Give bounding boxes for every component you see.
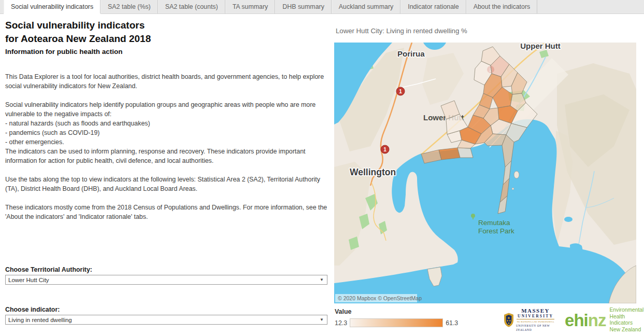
tab-sa2-table-pct[interactable]: SA2 table (%s)	[101, 0, 158, 13]
paragraph-1: This Data Explorer is a tool for local a…	[5, 72, 328, 91]
massey-tagline: UNIVERSITY OF NEW ZEALAND	[516, 324, 555, 332]
svg-text:1: 1	[399, 89, 402, 94]
forest-park-label-line1: Remutaka	[478, 219, 510, 227]
territorial-authority-select[interactable]: Lower Hutt City ▼	[5, 275, 327, 285]
ehinz-logo: ehinz	[565, 312, 606, 329]
dashboard: Social vulnerability indicators SA2 tabl…	[0, 0, 644, 335]
map-attribution: © 2020 Mapbox © OpenStreetMap	[335, 294, 422, 302]
territorial-authority-label: Choose Territorial Authority:	[5, 266, 92, 273]
tab-social-vulnerability-indicators[interactable]: Social vulnerability indicators	[4, 0, 101, 13]
route-shield-1-north: 1	[396, 87, 405, 95]
wellington-label: Wellington	[350, 167, 396, 177]
choropleth-map[interactable]: Lower Hutt 2	[334, 43, 636, 303]
paragraph-3: Use the tabs along the top to view indic…	[5, 175, 328, 193]
svg-text:© 2020 Mapbox © OpenStreetMap: © 2020 Mapbox © OpenStreetMap	[338, 295, 422, 301]
subtitle: Information for public health action	[5, 48, 327, 55]
paragraph-2: Social vulnerability indicators help ide…	[5, 100, 328, 165]
territorial-authority-value: Lower Hutt City	[8, 277, 49, 283]
indicator-label: Choose indicator:	[5, 306, 60, 313]
tab-auckland-summary[interactable]: Auckland summary	[332, 0, 400, 13]
chevron-down-icon: ▼	[320, 317, 324, 322]
tab-dhb-summary[interactable]: DHB summary	[275, 0, 332, 13]
tab-ta-summary[interactable]: TA summary	[225, 0, 276, 13]
massey-wordmark-line2: UNIVERSITY	[518, 314, 553, 318]
massey-maori-name: TE KUNENGA KI PŪREHUROA	[517, 319, 554, 324]
forest-park-label-line2: Forest Park	[478, 227, 514, 235]
legend-max-value: 61.3	[446, 319, 458, 327]
route-shield-1-south: 1	[381, 145, 389, 153]
ehinz-tagline-line1: Environmental Health	[609, 307, 643, 320]
legend-gradient-bar	[350, 318, 443, 327]
ehinz-tagline-line2: Indicators New Zealand	[609, 320, 643, 333]
porirua-label: Porirua	[397, 49, 425, 58]
page-title: Social vulnerability indicators for Aote…	[5, 19, 327, 55]
massey-university-logo: MASSEY UNIVERSITY TE KUNENGA KI PŪREHURO…	[504, 308, 555, 332]
massey-wordmark-line1: MASSEY	[521, 308, 550, 314]
svg-text:1: 1	[383, 147, 387, 152]
massey-crest-icon	[504, 311, 514, 329]
tab-indicator-rationale[interactable]: Indicator rationale	[400, 0, 466, 13]
intro-text: This Data Explorer is a tool for local a…	[5, 72, 328, 231]
color-legend: 12.3 61.3	[335, 318, 458, 327]
footer-logos: MASSEY UNIVERSITY TE KUNENGA KI PŪREHURO…	[504, 308, 639, 332]
ehinz-tagline: Environmental Health Indicators New Zeal…	[609, 307, 643, 333]
tab-sa2-table-counts[interactable]: SA2 table (counts)	[158, 0, 225, 13]
paragraph-4: These indicators mostly come from the 20…	[5, 203, 328, 221]
tab-about-the-indicators[interactable]: About the indicators	[466, 0, 538, 13]
legend-title: Value	[335, 308, 351, 315]
tree-icon	[471, 214, 475, 218]
title-line-1: Social vulnerability indicators	[5, 19, 327, 32]
map-title: Lower Hutt City: Living in rented dwelli…	[336, 27, 467, 35]
chevron-down-icon: ▼	[320, 277, 324, 282]
indicator-select[interactable]: Living in rented dwelling ▼	[5, 315, 327, 325]
indicator-value: Living in rented dwelling	[8, 317, 72, 323]
tab-bar: Social vulnerability indicators SA2 tabl…	[0, 0, 644, 14]
upper-hutt-label: Upper Hutt	[520, 43, 561, 50]
title-line-2: for Aotearoa New Zealand 2018	[5, 32, 327, 46]
legend-min-value: 12.3	[335, 319, 347, 327]
